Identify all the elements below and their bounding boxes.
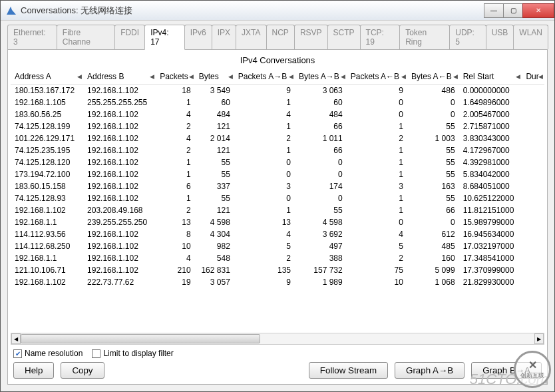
table-row[interactable]: 192.168.1.102203.208.49.168212115516611.… xyxy=(11,204,544,216)
table-row[interactable]: 114.112.68.250192.168.1.1021098254975485… xyxy=(11,240,544,252)
cell: 60 xyxy=(295,97,347,108)
cell: 4.172967000 xyxy=(459,144,522,156)
cell: 55 xyxy=(295,204,347,216)
col-header[interactable]: Rel Start◀ xyxy=(459,69,522,85)
table-row[interactable]: 192.168.1.1239.255.255.250134 598134 598… xyxy=(11,216,544,228)
table-row[interactable]: 74.125.128.120192.168.1.102155001554.392… xyxy=(11,156,544,168)
svg-marker-0 xyxy=(7,7,16,15)
table-row[interactable]: 114.112.93.56192.168.1.10284 30443 69246… xyxy=(11,228,544,240)
table-row[interactable]: 173.194.72.100192.168.1.102155001555.834… xyxy=(11,168,544,180)
cell: 13 xyxy=(234,216,295,228)
minimize-button[interactable]: — xyxy=(484,3,504,18)
cell: 4 xyxy=(234,228,295,240)
cell: 1 068 xyxy=(407,276,459,288)
cell: 183.60.56.25 xyxy=(11,108,83,120)
cell: 16.945634000 xyxy=(459,228,522,240)
cell: 192.168.1.102 xyxy=(11,276,83,288)
cell: 4 598 xyxy=(195,216,234,228)
tab-ethernet-3[interactable]: Ethernet: 3 xyxy=(7,25,57,49)
col-header[interactable]: Address B◀ xyxy=(83,69,156,85)
cell: 3 063 xyxy=(295,85,347,97)
cell: 15.989799000 xyxy=(459,216,522,228)
cell: 174 xyxy=(295,180,347,192)
graph-ab-button[interactable]: Graph A→B xyxy=(395,362,464,379)
cell: 66 xyxy=(295,144,347,156)
tab-jxta[interactable]: JXTA xyxy=(236,25,266,49)
table-row[interactable]: 183.60.56.25192.168.1.10244844484002.005… xyxy=(11,108,544,120)
cell: 484 xyxy=(295,108,347,120)
col-header[interactable]: Address A◀ xyxy=(11,69,83,85)
tab-sctp[interactable]: SCTP xyxy=(327,25,361,49)
cell: 1 xyxy=(234,204,295,216)
app-icon xyxy=(6,5,17,16)
tab-token-ring[interactable]: Token Ring xyxy=(399,25,450,49)
cell: 2 xyxy=(156,204,194,216)
cell: 3 057 xyxy=(195,276,234,288)
col-header[interactable]: Bytes◀ xyxy=(195,69,234,85)
table-row[interactable]: 101.226.129.171192.168.1.10242 01421 011… xyxy=(11,132,544,144)
col-header[interactable]: Packets A→B◀ xyxy=(234,69,295,85)
cell: 192.168.1.102 xyxy=(83,228,156,240)
cell: 121 xyxy=(195,204,234,216)
col-header[interactable]: Bytes A→B◀ xyxy=(295,69,347,85)
display-filter-checkbox[interactable]: Limit to display filter xyxy=(92,349,173,358)
cell: 0 xyxy=(407,108,459,120)
cell: 1 xyxy=(156,192,194,204)
checkbox-box xyxy=(92,349,100,358)
scroll-left-arrow[interactable]: ◀ xyxy=(11,333,21,344)
tab-tcp-19[interactable]: TCP: 19 xyxy=(360,25,401,49)
table-row[interactable]: 74.125.128.93192.168.1.1021550015510.625… xyxy=(11,192,544,204)
table-row[interactable]: 192.168.1.105255.255.255.255160160001.64… xyxy=(11,97,544,108)
cell: 192.168.1.102 xyxy=(83,180,156,192)
spacer xyxy=(111,362,302,379)
cell: 1 xyxy=(347,156,407,168)
tab-ipx[interactable]: IPX xyxy=(212,25,236,49)
tab-ncp[interactable]: NCP xyxy=(266,25,295,49)
scroll-right-arrow[interactable]: ▶ xyxy=(534,333,544,344)
help-button[interactable]: Help xyxy=(13,362,54,379)
follow-stream-button[interactable]: Follow Stream xyxy=(309,362,388,379)
cell: 192.168.1.102 xyxy=(83,85,156,97)
cell: 1 989 xyxy=(295,276,347,288)
horizontal-scrollbar[interactable]: ◀ ▶ xyxy=(11,333,544,345)
tab-wlan[interactable]: WLAN xyxy=(513,25,548,49)
col-header[interactable]: Dur◀ xyxy=(522,69,544,85)
name-resolution-checkbox[interactable]: ✔ Name resolution xyxy=(13,349,83,358)
tab-udp-5[interactable]: UDP: 5 xyxy=(449,25,486,49)
graph-ba-button[interactable]: Graph B→A xyxy=(471,362,542,379)
tab-rsvp[interactable]: RSVP xyxy=(294,25,328,49)
app-window: Conversations: 无线网络连接 — ▢ ✕ Ethernet: 3F… xyxy=(0,0,555,392)
titlebar[interactable]: Conversations: 无线网络连接 — ▢ ✕ xyxy=(1,1,554,21)
maximize-button[interactable]: ▢ xyxy=(503,3,523,18)
table-row[interactable]: 192.168.1.1192.168.1.10245482388216017.3… xyxy=(11,252,544,264)
cell: 3 692 xyxy=(295,228,347,240)
tab-usb[interactable]: USB xyxy=(486,25,514,49)
cell: 192.168.1.102 xyxy=(83,108,156,120)
cell: 0 xyxy=(234,192,295,204)
table-row[interactable]: 74.125.235.195192.168.1.10221211661554.1… xyxy=(11,144,544,156)
col-header[interactable]: Bytes A←B◀ xyxy=(407,69,459,85)
col-header[interactable]: Packets◀ xyxy=(156,69,194,85)
cell: 55 xyxy=(407,144,459,156)
cell: 612 xyxy=(407,228,459,240)
cell: 0 xyxy=(347,108,407,120)
table-row[interactable]: 121.10.106.71192.168.1.102210162 8311351… xyxy=(11,264,544,276)
cell: 192.168.1.102 xyxy=(83,240,156,252)
copy-button[interactable]: Copy xyxy=(61,362,104,379)
close-button[interactable]: ✕ xyxy=(522,3,554,18)
col-header[interactable]: Packets A←B◀ xyxy=(347,69,407,85)
tab-ipv6[interactable]: IPv6 xyxy=(184,25,212,49)
cell: 55 xyxy=(407,120,459,132)
tab-fddi[interactable]: FDDI xyxy=(114,25,145,49)
tab-ipv4-17[interactable]: IPv4: 17 xyxy=(144,25,185,50)
scrollbar-thumb[interactable] xyxy=(21,334,260,343)
cell: 2.715871000 xyxy=(459,120,522,132)
table-row[interactable]: 180.153.167.172192.168.1.102183 54993 06… xyxy=(11,85,544,97)
table-row[interactable]: 74.125.128.199192.168.1.10221211661552.7… xyxy=(11,120,544,132)
cell: 1 xyxy=(347,120,407,132)
checkbox-box: ✔ xyxy=(13,349,22,358)
protocol-tabs: Ethernet: 3Fibre ChanneFDDIIPv4: 17IPv6I… xyxy=(7,25,548,50)
tab-fibre-channe[interactable]: Fibre Channe xyxy=(57,25,115,49)
table-row[interactable]: 183.60.15.158192.168.1.1026337317431638.… xyxy=(11,180,544,192)
table-row[interactable]: 192.168.1.102222.73.77.62193 05791 98910… xyxy=(11,276,544,288)
